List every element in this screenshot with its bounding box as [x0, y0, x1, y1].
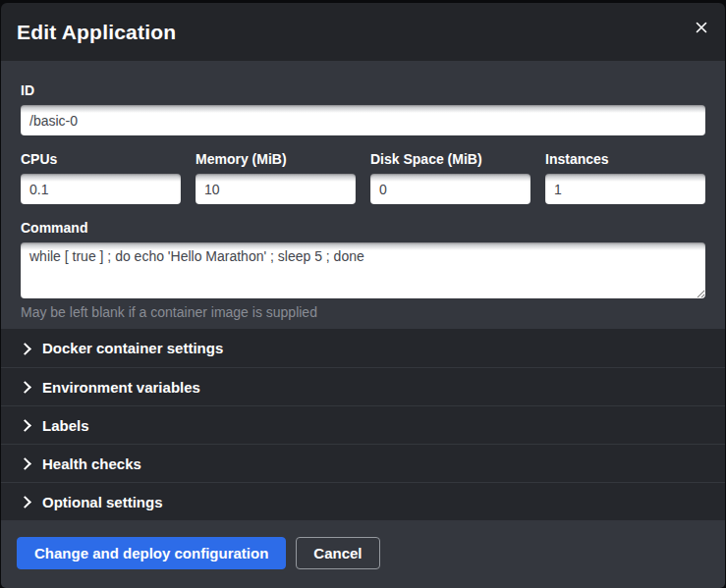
section-docker-container-settings[interactable]: Docker container settings: [1, 329, 725, 367]
command-helper-text: May be left blank if a container image i…: [21, 303, 705, 321]
chevron-right-icon: [19, 457, 31, 470]
cpus-label: CPUs: [21, 151, 181, 167]
close-icon: [696, 22, 707, 33]
instances-input[interactable]: [545, 174, 705, 204]
chevron-right-icon: [19, 496, 31, 508]
modal-backdrop: Edit Application ID CPUs Memory (MiB): [0, 0, 726, 588]
modal-body: ID CPUs Memory (MiB) Disk Space (MiB) In…: [1, 61, 725, 329]
disk-label: Disk Space (MiB): [370, 151, 531, 167]
modal-header: Edit Application: [1, 3, 725, 61]
cancel-button[interactable]: Cancel: [296, 537, 379, 569]
collapsible-sections: Docker container settings Environment va…: [1, 329, 725, 520]
section-label: Docker container settings: [42, 340, 223, 356]
id-label: ID: [21, 82, 705, 98]
disk-input[interactable]: [370, 174, 531, 204]
section-label: Environment variables: [42, 379, 200, 396]
section-label: Labels: [42, 417, 89, 434]
section-label: Optional settings: [42, 494, 163, 510]
instances-field: Instances: [545, 151, 705, 204]
edit-application-modal: Edit Application ID CPUs Memory (MiB): [1, 3, 725, 588]
cpus-input[interactable]: [21, 174, 181, 204]
section-labels[interactable]: Labels: [1, 405, 725, 444]
command-label: Command: [21, 220, 705, 236]
section-optional-settings[interactable]: Optional settings: [1, 482, 725, 520]
memory-field: Memory (MiB): [195, 151, 356, 204]
modal-title: Edit Application: [17, 21, 176, 44]
section-label: Health checks: [42, 455, 141, 472]
instances-label: Instances: [545, 151, 705, 167]
chevron-right-icon: [19, 381, 31, 394]
command-field: Command while [ true ] ; do echo 'Hello …: [21, 220, 705, 321]
chevron-right-icon: [19, 343, 31, 355]
resources-row: CPUs Memory (MiB) Disk Space (MiB) Insta…: [21, 151, 705, 204]
memory-label: Memory (MiB): [195, 151, 356, 167]
close-button[interactable]: [691, 17, 712, 38]
chevron-right-icon: [19, 419, 31, 432]
cpus-field: CPUs: [21, 151, 181, 204]
command-textarea[interactable]: while [ true ] ; do echo 'Hello Marathon…: [21, 242, 705, 298]
id-input[interactable]: [21, 105, 705, 135]
section-health-checks[interactable]: Health checks: [1, 444, 725, 482]
change-and-deploy-button[interactable]: Change and deploy configuration: [17, 537, 286, 569]
modal-footer: Change and deploy configuration Cancel: [1, 520, 725, 588]
disk-field: Disk Space (MiB): [370, 151, 531, 204]
memory-input[interactable]: [195, 174, 356, 204]
section-environment-variables[interactable]: Environment variables: [1, 367, 725, 405]
